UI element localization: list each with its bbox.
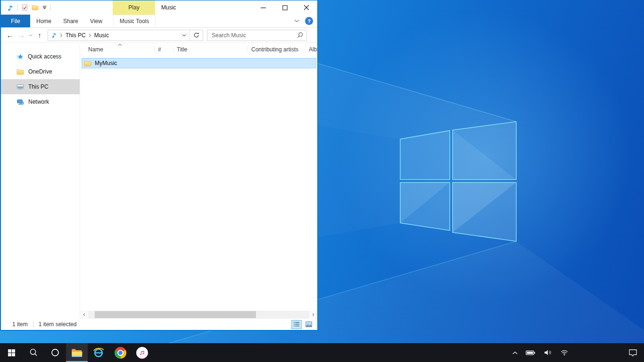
tab-view[interactable]: View <box>84 15 108 27</box>
forward-button[interactable]: → <box>16 31 27 39</box>
sidebar-item-label: OneDrive <box>28 68 52 75</box>
horizontal-scrollbar[interactable]: ‹ › <box>80 311 317 319</box>
location-music-note-icon <box>51 32 57 38</box>
monitor-icon <box>17 83 24 90</box>
quick-access-toolbar <box>1 4 51 11</box>
search-icon[interactable] <box>297 32 303 38</box>
tab-file[interactable]: File <box>1 15 30 27</box>
volume-icon[interactable] <box>544 349 552 356</box>
folder-icon <box>17 69 24 75</box>
title-bar: Play Music <box>1 0 317 15</box>
hidden-icons-chevron-icon[interactable] <box>512 351 518 354</box>
file-row-mymusic[interactable]: MyMusic <box>82 58 316 68</box>
sidebar-item-network[interactable]: Network <box>1 94 80 109</box>
breadcrumb-music[interactable]: Music <box>94 32 109 39</box>
help-icon[interactable]: ? <box>305 17 313 25</box>
sidebar-item-label: Network <box>28 99 49 105</box>
divider <box>33 321 33 328</box>
window-controls <box>252 0 317 15</box>
internet-explorer-icon[interactable] <box>88 343 109 362</box>
column-headers: Name # Title Contributing artists Alb <box>80 43 317 56</box>
file-list[interactable]: MyMusic <box>80 56 317 311</box>
status-bar: 1 item 1 item selected <box>1 319 317 330</box>
taskbar <box>0 343 644 362</box>
maximize-button[interactable] <box>274 0 296 15</box>
navigation-bar: ← → ↑ This PC Music <box>1 28 317 43</box>
refresh-icon[interactable] <box>190 32 203 38</box>
sidebar-item-label: This PC <box>28 83 49 90</box>
recent-locations-chevron-icon[interactable] <box>27 34 34 37</box>
divider <box>17 4 18 11</box>
new-folder-icon[interactable] <box>32 5 39 10</box>
details-view-button[interactable] <box>291 320 302 329</box>
column-header-name[interactable]: Name <box>80 46 155 53</box>
minimize-button[interactable] <box>252 0 274 15</box>
address-bar[interactable]: This PC Music <box>48 30 203 41</box>
tab-music-tools[interactable]: Music Tools <box>113 15 156 27</box>
start-button[interactable] <box>0 343 23 362</box>
breadcrumb-this-pc[interactable]: This PC <box>66 32 86 39</box>
sidebar-item-quick-access[interactable]: Quick access <box>1 49 80 64</box>
file-explorer-window: Play Music File Home Share View Music To… <box>0 0 318 331</box>
breadcrumb-chevron-icon <box>59 34 63 37</box>
tab-share[interactable]: Share <box>58 15 84 27</box>
network-icon <box>17 99 24 105</box>
wifi-icon[interactable] <box>560 349 569 356</box>
taskbar-search-icon[interactable] <box>23 343 44 362</box>
sidebar-item-this-pc[interactable]: This PC <box>1 79 80 94</box>
system-tray <box>512 343 569 362</box>
column-header-title[interactable]: Title <box>173 46 248 53</box>
scrollbar-thumb[interactable] <box>95 311 256 318</box>
customize-qat-dropdown-icon[interactable] <box>42 6 47 9</box>
tab-home[interactable]: Home <box>30 15 58 27</box>
selection-count: 1 item selected <box>39 321 77 328</box>
address-dropdown-chevron-icon[interactable] <box>179 34 190 37</box>
taskbar-file-explorer-icon[interactable] <box>66 343 88 362</box>
file-list-pane: Name # Title Contributing artists Alb My… <box>80 43 317 319</box>
folder-icon <box>84 60 91 66</box>
item-count: 1 item <box>12 321 28 328</box>
app-music-note-icon <box>7 4 14 11</box>
contextual-tab-play[interactable]: Play <box>113 0 155 15</box>
navigation-pane: Quick access OneDrive This PC Network <box>1 43 80 319</box>
scroll-right-arrow[interactable]: › <box>309 311 317 319</box>
search-input[interactable] <box>211 32 297 39</box>
collapse-ribbon-chevron-icon[interactable] <box>294 19 299 23</box>
scroll-left-arrow[interactable]: ‹ <box>80 311 88 319</box>
chrome-icon[interactable] <box>109 343 131 362</box>
scrollbar-track[interactable] <box>88 311 309 319</box>
divider <box>50 4 51 11</box>
cortana-icon[interactable] <box>44 343 66 362</box>
itunes-icon[interactable] <box>131 343 153 362</box>
column-header-contributing-artists[interactable]: Contributing artists <box>248 46 305 53</box>
up-button[interactable]: ↑ <box>34 31 45 39</box>
search-box[interactable] <box>207 30 307 41</box>
properties-check-icon[interactable] <box>22 4 28 11</box>
battery-icon[interactable] <box>526 350 536 356</box>
ribbon-tab-bar: File Home Share View Music Tools ? <box>1 15 317 28</box>
column-header-album[interactable]: Alb <box>305 46 317 53</box>
sidebar-item-label: Quick access <box>28 53 61 60</box>
column-header-number[interactable]: # <box>155 46 173 53</box>
sidebar-item-onedrive[interactable]: OneDrive <box>1 64 80 79</box>
action-center-icon[interactable] <box>621 343 644 362</box>
close-button[interactable] <box>296 0 317 15</box>
back-button[interactable]: ← <box>4 31 16 39</box>
star-icon <box>17 53 24 60</box>
screen: Play Music File Home Share View Music To… <box>0 0 644 362</box>
window-title: Music <box>161 0 176 15</box>
file-name: MyMusic <box>95 60 117 66</box>
sort-ascending-chevron-icon <box>118 43 122 46</box>
thumbnail-view-button[interactable] <box>304 320 314 329</box>
breadcrumb-chevron-icon <box>88 34 92 37</box>
